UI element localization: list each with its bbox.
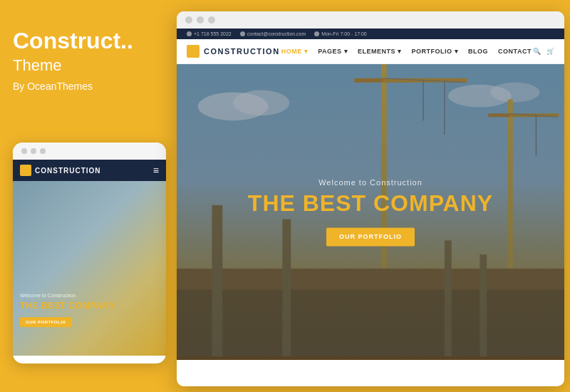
desktop-mockup: +1 718 555 2022 contact@construction.com… [177,11,564,386]
left-panel: Construct.. Theme By OceanThemes [13,29,170,92]
mobile-dot-2 [31,148,36,154]
desktop-logo-icon [187,45,200,58]
mobile-logo-text: CONSTRUCTION [35,167,101,175]
nav-link-portfolio[interactable]: PORTFOLIO ▾ [412,48,459,55]
desktop-nav-actions: 🔍 🛒 [533,48,554,55]
nav-link-contact[interactable]: CONTACT [498,48,532,55]
theme-title: Construct.. [13,29,170,53]
mobile-dot-3 [40,148,46,154]
mobile-headline: THE BEST COMPANY [20,300,159,311]
desktop-hours: Mon-Fri 7:00 - 17:00 [314,31,366,36]
hero-headline-part2: COMPANY [366,190,493,216]
phone-icon [187,31,192,36]
desktop-nav: CONSTRUCTION HOME ▾ PAGES ▾ ELEMENTS ▾ P… [177,39,564,64]
cart-icon[interactable]: 🛒 [546,48,554,55]
hero-headline: THE BEST COMPANY [177,191,564,216]
desktop-dot-2 [197,16,204,24]
nav-link-elements[interactable]: ELEMENTS ▾ [358,48,402,55]
desktop-hero: Welcome to Construction THE BEST COMPANY… [177,64,564,360]
hero-headline-part1: THE [248,190,303,216]
nav-link-home[interactable]: HOME ▾ [281,48,309,55]
desktop-logo-text: CONSTRUCTION [204,47,280,56]
hero-portfolio-button[interactable]: OUR PORTFOLIO [326,227,415,246]
hero-welcome-text: Welcome to Construction [177,178,564,187]
mobile-headline-accent: BEST [41,300,66,311]
mobile-nav: CONSTRUCTION ≡ [13,160,166,181]
mobile-hero-bg [13,181,166,356]
mobile-portfolio-button[interactable]: OUR PORTFOLIO [20,317,72,327]
nav-link-pages[interactable]: PAGES ▾ [318,48,348,55]
desktop-info-left: +1 718 555 2022 contact@construction.com… [187,31,367,36]
hero-headline-accent: BEST [303,190,366,216]
desktop-phone: +1 718 555 2022 [187,31,232,36]
mobile-welcome-text: Welcome to Construction [20,293,159,298]
desktop-info-bar: +1 718 555 2022 contact@construction.com… [177,29,564,39]
mobile-hero: Welcome to Construction THE BEST COMPANY… [13,181,166,356]
mobile-mockup: CONSTRUCTION ≡ Welcome to Construction T… [13,143,166,363]
mobile-logo: CONSTRUCTION [20,165,101,176]
search-icon[interactable]: 🔍 [533,48,541,55]
hamburger-icon[interactable]: ≡ [153,165,159,176]
mobile-dot-1 [21,148,27,154]
clock-icon [314,31,319,36]
desktop-logo: CONSTRUCTION [187,45,280,58]
hero-content-overlay: Welcome to Construction THE BEST COMPANY… [177,178,564,246]
mobile-logo-icon [20,165,31,176]
desktop-dot-3 [208,16,215,24]
mobile-hero-content: Welcome to Construction THE BEST COMPANY… [20,293,159,327]
desktop-nav-links: HOME ▾ PAGES ▾ ELEMENTS ▾ PORTFOLIO ▾ BL… [281,48,532,55]
mobile-headline-part2: COMPANY [66,300,115,311]
theme-author: By OceanThemes [13,81,170,92]
nav-link-blog[interactable]: BLOG [468,48,488,55]
desktop-browser-bar [177,11,564,29]
theme-subtitle: Theme [13,56,170,75]
mobile-headline-part1: THE [20,300,41,311]
email-icon [240,31,245,36]
desktop-dot-1 [185,16,192,24]
desktop-email: contact@construction.com [240,31,306,36]
mobile-top-bar [13,143,166,160]
